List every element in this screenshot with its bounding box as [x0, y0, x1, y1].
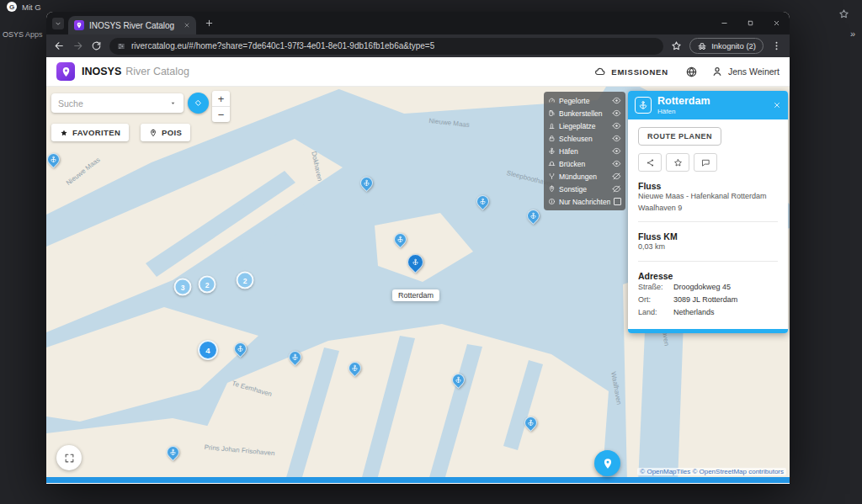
layer-item-sonstige[interactable]: Sonstige — [548, 183, 621, 195]
fullscreen-button[interactable] — [56, 445, 82, 470]
panel-close-icon[interactable] — [773, 101, 781, 109]
pin-anchor-icon — [391, 231, 409, 248]
layer-panel: PegelorteBunkerstellenLiegeplätzeSchleus… — [544, 92, 625, 210]
fluss-line: Waalhaven 9 — [638, 203, 778, 215]
adresse-label: Land: — [638, 306, 673, 319]
eye-icon[interactable] — [612, 121, 621, 130]
incognito-icon — [697, 41, 707, 51]
maximize-icon — [747, 19, 754, 27]
layer-item-pegelorte[interactable]: Pegelorte — [548, 94, 621, 107]
menu-kebab-button[interactable] — [771, 40, 782, 51]
layer-item-h-fen[interactable]: Häfen — [548, 145, 621, 157]
eye-icon[interactable] — [612, 159, 621, 168]
user-icon — [711, 66, 723, 77]
map-cluster[interactable]: 2 — [237, 272, 254, 289]
eye-icon[interactable] — [612, 134, 621, 143]
panel-scrollbar[interactable] — [628, 329, 788, 333]
favorite-star-button[interactable] — [666, 153, 689, 172]
emissions-label: EMISSIONEN — [611, 67, 668, 77]
caret-down-icon[interactable] — [169, 99, 177, 107]
layer-item-nur-nachrichten[interactable]: Nur Nachrichten — [548, 195, 621, 208]
adresse-value: 3089 JL Rotterdam — [673, 294, 737, 306]
share-button[interactable] — [638, 153, 662, 172]
map-cluster[interactable]: 3 — [174, 279, 192, 296]
layer-item-br-cken[interactable]: Brücken — [548, 157, 621, 170]
favorites-label: FAVORITEN — [72, 128, 120, 137]
language-globe-icon[interactable] — [685, 66, 698, 78]
pin-icon — [548, 185, 556, 193]
pin-anchor-icon — [358, 174, 375, 192]
adresse-value: Netherlands — [673, 306, 715, 319]
favorites-button[interactable]: FAVORITEN — [51, 124, 129, 141]
tab-search-button[interactable] — [52, 18, 64, 29]
pin-anchor-icon — [346, 359, 364, 377]
new-tab-button[interactable] — [205, 19, 214, 28]
search-go-button[interactable] — [188, 93, 209, 114]
route-planen-button[interactable]: ROUTE PLANEN — [638, 127, 721, 146]
emissions-button[interactable]: EMISSIONEN — [594, 66, 668, 77]
adresse-label: Straße: — [638, 281, 673, 294]
active-tab[interactable]: INOSYS River Catalog — [68, 16, 196, 34]
layer-label: Nur Nachrichten — [559, 198, 610, 206]
locate-button[interactable] — [594, 450, 620, 476]
back-button[interactable] — [54, 40, 65, 51]
marker-tooltip: Rotterdam — [392, 289, 439, 301]
eye-icon[interactable] — [612, 109, 621, 118]
eye-off-icon[interactable] — [612, 172, 621, 181]
anchor-icon — [638, 100, 648, 110]
map-canvas[interactable]: Nieuwe MaasNieuwe MaasDokhavenSleepbooth… — [46, 87, 790, 483]
search-box[interactable]: Suche — [51, 93, 184, 113]
address-bar[interactable]: rivercatalog.eu/#/home?share=7de640c1-97… — [109, 38, 663, 55]
browser-window: INOSYS River Catalog rivercatalog.eu/#/h… — [46, 12, 790, 484]
site-info-icon[interactable] — [117, 42, 125, 50]
reload-button[interactable] — [91, 40, 102, 51]
panel-actions — [638, 153, 778, 172]
maximize-button[interactable] — [737, 12, 764, 34]
background-bookmarks-overflow[interactable]: » — [850, 29, 855, 39]
background-bookmarks-bar-item[interactable]: OSYS Apps — [3, 30, 43, 39]
layer-label: Mündungen — [559, 172, 609, 181]
only-news-checkbox[interactable] — [614, 198, 621, 205]
fluss-km-value: 0,03 km — [638, 241, 778, 253]
layer-item-m-ndungen[interactable]: Mündungen — [548, 170, 621, 183]
inosys-logo — [56, 62, 75, 81]
harbor-icon — [548, 147, 556, 155]
pin-anchor-icon — [474, 193, 492, 210]
search-placeholder: Suche — [58, 98, 169, 109]
emissions-icon — [594, 66, 606, 77]
adresse-row: Straße:Droogdokweg 45 — [638, 281, 778, 294]
close-icon — [773, 19, 780, 27]
poi-pin-icon — [149, 129, 157, 137]
layer-label: Brücken — [559, 160, 609, 168]
background-bookmark-star-icon[interactable] — [838, 8, 849, 19]
tab-close-icon[interactable] — [184, 22, 190, 29]
layer-item-liegepl-tze[interactable]: Liegeplätze — [548, 119, 621, 132]
eye-icon[interactable] — [612, 96, 621, 105]
favicon-pin-icon — [76, 22, 82, 29]
forward-button[interactable] — [72, 40, 83, 51]
map-cluster[interactable]: 2 — [199, 276, 216, 294]
zoom-in-button[interactable]: + — [212, 91, 230, 107]
eye-off-icon[interactable] — [612, 184, 621, 194]
background-tab-title[interactable]: Mit G — [22, 3, 41, 12]
comment-button[interactable] — [694, 153, 717, 172]
minimize-button[interactable] — [711, 12, 737, 34]
app-header: INOSYSRiver Catalog EMISSIONEN Jens Wein… — [46, 57, 790, 87]
close-window-button[interactable] — [764, 12, 790, 34]
map-attribution[interactable]: © OpenMapTiles © OpenStreetMap contribut… — [637, 468, 786, 475]
layer-label: Bunkerstellen — [559, 109, 609, 118]
map-cluster[interactable]: 4 — [198, 340, 218, 360]
eye-icon[interactable] — [612, 146, 621, 156]
layer-item-schleusen[interactable]: Schleusen — [548, 132, 621, 145]
user-menu[interactable]: Jens Weinert — [711, 66, 780, 77]
fluss-heading: Fluss — [638, 181, 778, 191]
panel-title: Rotterdam — [657, 95, 767, 107]
divider — [638, 261, 778, 262]
background-tab-favicon: G — [7, 2, 17, 12]
layer-item-bunkerstellen[interactable]: Bunkerstellen — [548, 107, 621, 119]
logo-pin-icon — [61, 66, 72, 77]
bookmark-star-button[interactable] — [671, 40, 682, 51]
pin-anchor-icon — [522, 414, 540, 432]
zoom-out-button[interactable]: − — [212, 107, 230, 122]
pois-button[interactable]: POIS — [141, 124, 190, 141]
